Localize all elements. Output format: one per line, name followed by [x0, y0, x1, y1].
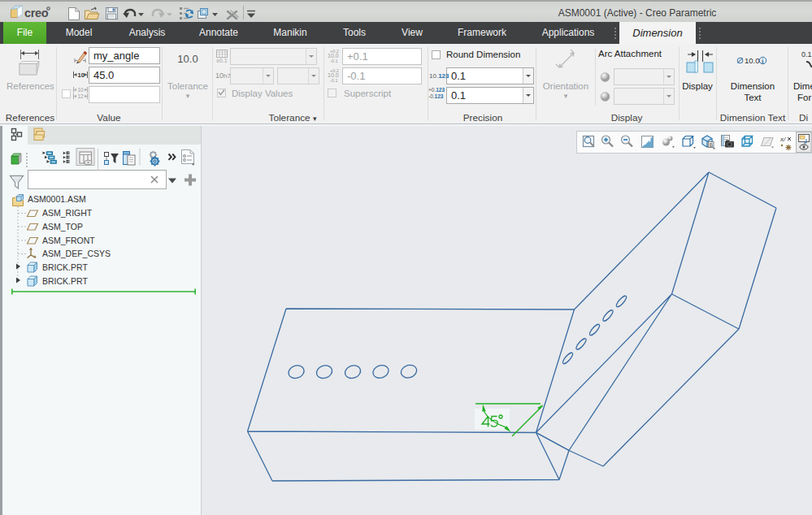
- svg-text:10.123: 10.123: [429, 72, 449, 80]
- svg-text:creo: creo: [24, 6, 49, 19]
- svg-text:10.0: 10.0: [328, 53, 339, 58]
- svg-text:-0.1: -0.1: [330, 78, 337, 83]
- svg-text:10.0: 10.0: [328, 72, 339, 78]
- svg-text:-0.1: -0.1: [330, 58, 337, 63]
- svg-text:10.0: 10.0: [745, 56, 760, 65]
- svg-text:-0.123: -0.123: [428, 93, 444, 99]
- svg-text:10h7: 10h7: [215, 71, 231, 80]
- svg-text:0.12: 0.12: [801, 50, 812, 58]
- svg-text:12: 12: [78, 93, 85, 99]
- svg-text:10: 10: [78, 87, 85, 93]
- svg-text:10: 10: [78, 71, 85, 79]
- svg-text:±0.1: ±0.1: [216, 58, 228, 63]
- svg-text:+0.123: +0.123: [428, 87, 445, 93]
